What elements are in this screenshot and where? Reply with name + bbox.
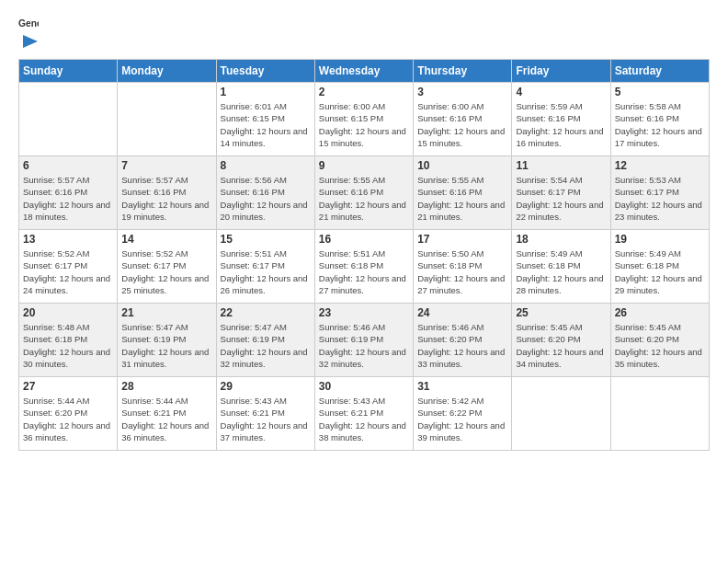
day-number: 11 [516,159,606,172]
calendar-cell: 7Sunrise: 5:57 AMSunset: 6:16 PMDaylight… [118,156,216,230]
day-info: Sunrise: 5:45 AMSunset: 6:20 PMDaylight:… [615,321,705,370]
day-info: Sunrise: 5:44 AMSunset: 6:20 PMDaylight:… [23,395,113,443]
day-number: 22 [221,306,311,319]
calendar-cell: 21Sunrise: 5:47 AMSunset: 6:19 PMDayligh… [118,304,216,377]
day-number: 23 [319,306,409,319]
day-number: 29 [221,380,311,393]
calendar-cell: 8Sunrise: 5:56 AMSunset: 6:16 PMDaylight… [216,156,314,230]
day-number: 3 [417,86,507,98]
calendar-week-row: 6Sunrise: 5:57 AMSunset: 6:16 PMDaylight… [19,156,710,230]
day-number: 12 [615,159,705,172]
weekday-header-sunday: Sunday [19,60,118,83]
header: General [18,15,710,50]
calendar-cell: 30Sunrise: 5:43 AMSunset: 6:21 PMDayligh… [314,377,413,451]
day-info: Sunrise: 5:49 AMSunset: 6:18 PMDaylight:… [615,247,705,296]
calendar-cell: 3Sunrise: 6:00 AMSunset: 6:16 PMDaylight… [414,83,512,156]
weekday-header-row: SundayMondayTuesdayWednesdayThursdayFrid… [19,60,710,83]
svg-marker-1 [23,35,38,48]
day-info: Sunrise: 5:48 AMSunset: 6:18 PMDaylight:… [23,321,113,370]
calendar-cell: 25Sunrise: 5:45 AMSunset: 6:20 PMDayligh… [512,304,610,377]
day-number: 24 [417,306,507,319]
calendar-cell: 16Sunrise: 5:51 AMSunset: 6:18 PMDayligh… [314,230,413,304]
day-info: Sunrise: 6:00 AMSunset: 6:15 PMDaylight:… [319,100,409,149]
day-info: Sunrise: 5:55 AMSunset: 6:16 PMDaylight:… [417,174,507,223]
day-number: 13 [23,233,113,246]
day-number: 14 [121,233,211,246]
day-info: Sunrise: 5:52 AMSunset: 6:17 PMDaylight:… [23,247,113,296]
calendar-cell: 20Sunrise: 5:48 AMSunset: 6:18 PMDayligh… [19,304,118,377]
day-info: Sunrise: 5:43 AMSunset: 6:21 PMDaylight:… [221,395,311,443]
calendar-cell: 4Sunrise: 5:59 AMSunset: 6:16 PMDaylight… [512,83,610,156]
calendar-cell: 27Sunrise: 5:44 AMSunset: 6:20 PMDayligh… [19,377,118,451]
day-info: Sunrise: 5:46 AMSunset: 6:19 PMDaylight:… [319,321,409,370]
calendar-cell: 11Sunrise: 5:54 AMSunset: 6:17 PMDayligh… [512,156,610,230]
day-info: Sunrise: 5:43 AMSunset: 6:21 PMDaylight:… [319,395,409,443]
day-number: 17 [417,233,507,246]
calendar-cell: 19Sunrise: 5:49 AMSunset: 6:18 PMDayligh… [610,230,709,304]
day-info: Sunrise: 5:56 AMSunset: 6:16 PMDaylight:… [221,174,311,223]
logo: General [18,15,39,35]
calendar-cell: 14Sunrise: 5:52 AMSunset: 6:17 PMDayligh… [118,230,216,304]
day-info: Sunrise: 5:50 AMSunset: 6:18 PMDaylight:… [417,247,507,296]
day-number: 19 [615,233,705,246]
weekday-header-wednesday: Wednesday [314,60,413,83]
day-info: Sunrise: 5:57 AMSunset: 6:16 PMDaylight:… [121,174,211,223]
calendar-cell: 18Sunrise: 5:49 AMSunset: 6:18 PMDayligh… [512,230,610,304]
day-info: Sunrise: 6:01 AMSunset: 6:15 PMDaylight:… [221,100,311,149]
day-info: Sunrise: 5:49 AMSunset: 6:18 PMDaylight:… [516,247,606,296]
day-number: 1 [221,86,311,98]
calendar-cell [512,377,610,451]
day-info: Sunrise: 5:44 AMSunset: 6:21 PMDaylight:… [121,395,211,443]
calendar-week-row: 13Sunrise: 5:52 AMSunset: 6:17 PMDayligh… [19,230,710,304]
calendar-table: SundayMondayTuesdayWednesdayThursdayFrid… [18,59,710,451]
calendar-cell [118,83,216,156]
calendar-cell: 9Sunrise: 5:55 AMSunset: 6:16 PMDaylight… [314,156,413,230]
day-info: Sunrise: 5:54 AMSunset: 6:17 PMDaylight:… [516,174,606,223]
day-info: Sunrise: 5:42 AMSunset: 6:22 PMDaylight:… [417,395,507,443]
day-number: 20 [23,306,113,319]
day-number: 2 [319,86,409,98]
calendar-cell: 28Sunrise: 5:44 AMSunset: 6:21 PMDayligh… [118,377,216,451]
calendar-cell: 2Sunrise: 6:00 AMSunset: 6:15 PMDaylight… [314,83,413,156]
day-number: 9 [319,159,409,172]
calendar-cell: 29Sunrise: 5:43 AMSunset: 6:21 PMDayligh… [216,377,314,451]
calendar-cell [610,377,709,451]
day-info: Sunrise: 5:47 AMSunset: 6:19 PMDaylight:… [221,321,311,370]
calendar-cell: 31Sunrise: 5:42 AMSunset: 6:22 PMDayligh… [414,377,512,451]
calendar-cell: 22Sunrise: 5:47 AMSunset: 6:19 PMDayligh… [216,304,314,377]
day-number: 26 [615,306,705,319]
day-number: 8 [221,159,311,172]
calendar-cell: 5Sunrise: 5:58 AMSunset: 6:16 PMDaylight… [610,83,709,156]
day-number: 27 [23,380,113,393]
calendar-cell [19,83,118,156]
day-number: 10 [417,159,507,172]
calendar-week-row: 1Sunrise: 6:01 AMSunset: 6:15 PMDaylight… [19,83,710,156]
day-number: 28 [121,380,211,393]
calendar-cell: 6Sunrise: 5:57 AMSunset: 6:16 PMDaylight… [19,156,118,230]
day-info: Sunrise: 5:58 AMSunset: 6:16 PMDaylight:… [615,100,705,149]
calendar-week-row: 27Sunrise: 5:44 AMSunset: 6:20 PMDayligh… [19,377,710,451]
day-info: Sunrise: 5:46 AMSunset: 6:20 PMDaylight:… [417,321,507,370]
day-number: 31 [417,380,507,393]
page: General SundayMondayTuesdayWednesdayThur… [0,0,728,563]
day-info: Sunrise: 5:52 AMSunset: 6:17 PMDaylight:… [121,247,211,296]
day-info: Sunrise: 5:55 AMSunset: 6:16 PMDaylight:… [319,174,409,223]
logo-flag-icon [19,33,40,50]
day-info: Sunrise: 5:45 AMSunset: 6:20 PMDaylight:… [516,321,606,370]
svg-text:General: General [18,18,39,29]
calendar-cell: 15Sunrise: 5:51 AMSunset: 6:17 PMDayligh… [216,230,314,304]
day-number: 30 [319,380,409,393]
day-info: Sunrise: 5:47 AMSunset: 6:19 PMDaylight:… [121,321,211,370]
calendar-week-row: 20Sunrise: 5:48 AMSunset: 6:18 PMDayligh… [19,304,710,377]
weekday-header-tuesday: Tuesday [216,60,314,83]
calendar-cell: 17Sunrise: 5:50 AMSunset: 6:18 PMDayligh… [414,230,512,304]
calendar-cell: 24Sunrise: 5:46 AMSunset: 6:20 PMDayligh… [414,304,512,377]
calendar-cell: 26Sunrise: 5:45 AMSunset: 6:20 PMDayligh… [610,304,709,377]
day-number: 6 [23,159,113,172]
day-number: 25 [516,306,606,319]
day-info: Sunrise: 5:59 AMSunset: 6:16 PMDaylight:… [516,100,606,149]
logo-area: General [18,15,40,50]
day-number: 4 [516,86,606,98]
calendar-cell: 12Sunrise: 5:53 AMSunset: 6:17 PMDayligh… [610,156,709,230]
day-info: Sunrise: 5:51 AMSunset: 6:18 PMDaylight:… [319,247,409,296]
